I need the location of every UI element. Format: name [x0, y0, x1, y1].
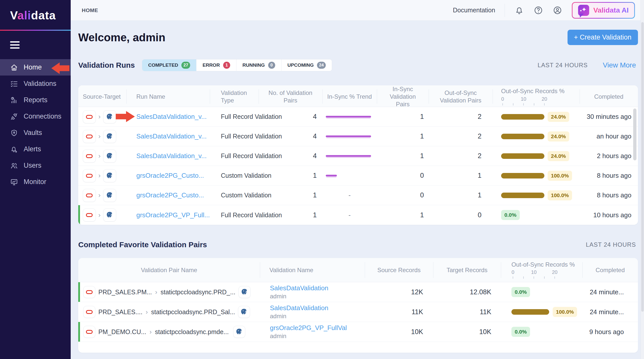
documentation-link[interactable]: Documentation [453, 7, 495, 14]
validation-name-cell: SalesDataValidation admin [260, 302, 365, 322]
run-name-link[interactable]: grsOracle2PG_VP_Full... [136, 211, 210, 219]
out-of-sync-records-cell: 100.0% [493, 186, 580, 205]
validation-runs-table: Source-Target Run Name Validation Type N… [78, 85, 638, 225]
validation-name-link[interactable]: grsOracle2PG_VP_FullVal [270, 324, 347, 332]
sidebar-item-label: Alerts [24, 145, 41, 153]
column-header-validation-type: Validation Type [210, 85, 259, 108]
validation-type: Full Record Validation [210, 205, 259, 225]
runs-header-right: LAST 24 HOURS View More [538, 61, 638, 69]
validation-name-link[interactable]: SalesDataValidation [270, 304, 328, 312]
out-of-sync-pct-badge: 24.0% [548, 131, 569, 141]
ai-button-label: Validata AI [593, 6, 629, 14]
connections-icon [10, 113, 18, 121]
ai-chat-sparkle-icon: ✦✦ [578, 5, 589, 16]
axis-tick-mark [544, 103, 545, 105]
table-scrollbar-thumb[interactable] [633, 109, 636, 160]
validation-run-row: › SalesDataValidation_v... Full Record V… [78, 146, 638, 166]
column-header-validation-name: Validation Name [260, 258, 365, 282]
out-of-sync-pairs: 2 [429, 107, 493, 126]
favorites-table-body: PRD_SALES.PM... › statictpccloadsync.PRD… [78, 282, 638, 342]
out-of-sync-pairs: 0 [429, 205, 493, 225]
in-sync-trend: - [322, 205, 377, 225]
sidebar-item-monitor[interactable]: Monitor [0, 174, 71, 190]
owner-label: admin [270, 313, 286, 320]
column-header-in-sync-trend: In-Sync % Trend [322, 85, 377, 108]
out-of-sync-records-cell: 24.0% [493, 107, 580, 126]
chevron-right-icon: › [98, 191, 101, 199]
out-of-sync-pct-badge: 100.0% [553, 307, 577, 317]
source-records: 12K [365, 282, 433, 302]
create-validation-button[interactable]: + Create Validation [568, 30, 638, 45]
out-of-sync-records-cell: 100.0% [493, 166, 580, 185]
tab-upcoming[interactable]: UPCOMING 24 [281, 59, 332, 71]
axis-tick-label: 10 [521, 96, 526, 102]
run-name-link[interactable]: SalesDataValidation_v... [136, 132, 207, 140]
axis-tick-mark [523, 103, 524, 105]
account-icon[interactable] [553, 6, 562, 15]
postgresql-icon [103, 150, 116, 163]
column-header-out-of-sync-pairs: Out-of-Sync Validation Pairs [429, 85, 493, 108]
run-name-link[interactable]: grsOracle2PG_Custo... [136, 172, 204, 179]
in-sync-trend-sparkline [326, 116, 371, 118]
out-of-sync-bar [501, 134, 544, 139]
source-target-cell: › [78, 127, 126, 146]
bell-icon[interactable] [514, 6, 524, 15]
validata-ai-button[interactable]: ✦✦ Validata AI [572, 2, 635, 19]
sidebar-item-alerts[interactable]: Alerts [0, 141, 71, 157]
postgresql-icon [238, 286, 251, 298]
sidebar-item-validations[interactable]: Validations [0, 76, 71, 92]
column-header-source-records: Source Records [365, 258, 433, 282]
status-stripe [78, 107, 80, 126]
in-sync-pairs: 0 [377, 186, 429, 205]
sidebar-item-vaults[interactable]: Vaults [0, 125, 71, 141]
owner-label: admin [270, 333, 286, 340]
validation-name-cell: grsOracle2PG_VP_FullVal admin [260, 322, 365, 342]
validation-pairs-count: 4 [259, 146, 322, 166]
in-sync-trend [322, 146, 377, 166]
brand-logo: Validata [0, 0, 71, 22]
pair-source-name: PRD_SALES.PM... [98, 289, 152, 296]
in-sync-trend [322, 127, 377, 146]
time-filter-label: LAST 24 HOURS [586, 241, 638, 248]
runs-table-body: › SalesDataValidation_v... Full Record V… [78, 107, 638, 225]
status-stripe [78, 322, 80, 342]
favorite-pair-row: PRD_SALES.PM... › statictpccloadsync.PRD… [78, 282, 638, 302]
run-name-link[interactable]: grsOracle2PG_Custo... [136, 191, 204, 199]
status-stripe [78, 282, 80, 302]
out-of-sync-pairs: 1 [429, 166, 493, 185]
sidebar-item-users[interactable]: Users [0, 157, 71, 174]
axis-tick-label: 20 [552, 269, 557, 275]
out-of-sync-pairs: 1 [429, 186, 493, 205]
validation-name-link[interactable]: SalesDataValidation [270, 284, 328, 292]
pair-source-name: PRD_SALES.... [98, 308, 142, 316]
axis-tick-label: 0 [501, 96, 504, 102]
page-scrollbar-thumb[interactable] [641, 22, 644, 312]
axis-tick-mark [534, 276, 534, 279]
favorites-header: Completed Favorite Validation Pairs LAST… [78, 240, 638, 249]
sidebar-item-connections[interactable]: Connections [0, 108, 71, 125]
target-records: 11K [433, 302, 501, 322]
vaults-icon [10, 129, 18, 137]
tab-completed[interactable]: COMPLETED 27 [142, 59, 196, 71]
tab-running[interactable]: RUNNING 0 [236, 59, 281, 71]
in-sync-trend: - [322, 186, 377, 205]
completed-time: 9 hours ago [582, 322, 638, 342]
out-of-sync-pct-badge: 0.0% [501, 210, 520, 220]
axis-tick-mark [544, 276, 545, 279]
in-sync-trend-sparkline [326, 155, 371, 157]
pair-target-name: statictpccloadsync.PRD_... [160, 289, 235, 296]
menu-toggle-icon[interactable] [10, 41, 20, 49]
in-sync-pairs: 1 [377, 107, 429, 126]
page-scrollbar[interactable] [640, 0, 644, 359]
run-name-link[interactable]: SalesDataValidation_v... [136, 152, 207, 160]
view-more-link[interactable]: View More [603, 61, 636, 69]
favorites-section-title: Completed Favorite Validation Pairs [78, 240, 207, 249]
run-name-link[interactable]: SalesDataValidation_v... [136, 113, 207, 121]
column-header-pairs-count: No. of Validation Pairs [259, 85, 322, 108]
tab-count-badge: 1 [223, 62, 230, 69]
in-sync-pairs: 1 [377, 127, 429, 146]
tab-error[interactable]: ERROR 1 [196, 59, 236, 71]
help-icon[interactable] [534, 6, 543, 15]
completed-time: 30 minutes ago [580, 107, 638, 126]
sidebar-item-reports[interactable]: Reports [0, 92, 71, 108]
